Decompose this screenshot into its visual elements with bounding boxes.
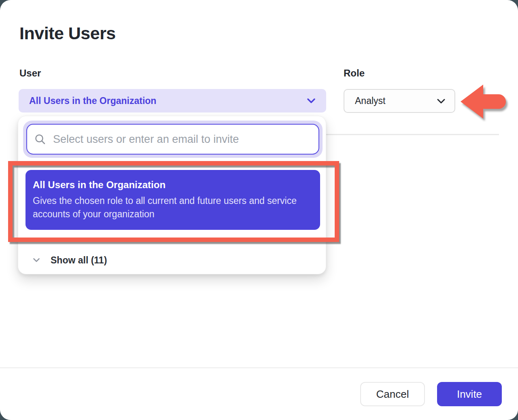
chevron-down-icon [307,98,316,104]
invite-button[interactable]: Invite [437,382,502,406]
user-select-value: All Users in the Organization [29,95,307,106]
option-description: Gives the chosen role to all current and… [33,194,310,221]
show-all-label: Show all (11) [51,255,107,266]
user-search-input[interactable] [53,133,310,146]
annotation-red-arrow-icon [460,83,508,120]
role-select[interactable]: Analyst [344,89,455,113]
role-field-label: Role [344,68,365,79]
dialog-title: Invite Users [19,23,116,43]
show-all-toggle[interactable]: Show all (11) [18,250,326,270]
option-all-users-in-organization[interactable]: All Users in the Organization Gives the … [25,170,320,230]
user-field-label: User [19,68,41,79]
user-dropdown-panel: All Users in the Organization Gives the … [18,116,326,274]
search-focus-ring [23,121,323,158]
option-title: All Users in the Organization [33,179,310,191]
page-backdrop: Invite Users User All Users in the Organ… [0,0,518,420]
search-icon [34,134,46,145]
invite-users-dialog: Invite Users User All Users in the Organ… [0,0,518,420]
chevron-down-icon [437,98,446,104]
footer-divider [0,367,518,368]
cancel-button[interactable]: Cancel [360,382,425,406]
user-select[interactable]: All Users in the Organization [19,89,326,112]
chevron-down-icon [33,258,40,263]
role-select-value: Analyst [355,95,437,106]
user-search-box[interactable] [26,124,319,155]
